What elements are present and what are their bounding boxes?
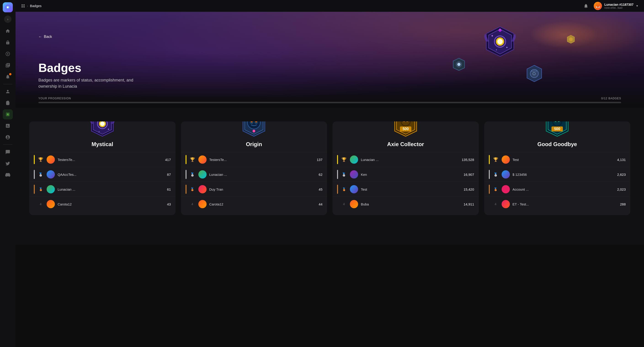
topbar-right: 🦊 Lunacian #1187307 ronin:ef3d...faa0 ▼ xyxy=(582,2,638,10)
sidebar-item-twitter[interactable] xyxy=(3,158,13,168)
leaderboard-name: Carota12 xyxy=(209,202,316,206)
rank-indicator xyxy=(337,155,338,164)
leaderboard-score: 62 xyxy=(318,173,322,176)
badge-card-mystical[interactable]: ✦ ✦ ✦ Mystical 🏆 TestersTe... xyxy=(29,121,176,215)
badge-icon-good-goodbye: 500 xyxy=(544,121,571,137)
rank-icon-3: 🥉 xyxy=(341,187,347,191)
svg-text:★ ★ ★: ★ ★ ★ xyxy=(531,70,537,72)
rank-number-4: 4 xyxy=(189,202,196,206)
rank-number-4: 4 xyxy=(341,202,347,206)
leaderboard-row-mystical-4[interactable]: 4 Carota12 43 xyxy=(29,197,176,211)
leaderboard-row-origin-3[interactable]: 🥉 Duy Tran 45 xyxy=(181,182,327,197)
user-menu-chevron: ▼ xyxy=(636,4,638,7)
sidebar-item-marketplace[interactable] xyxy=(3,60,13,70)
sidebar-collapse[interactable]: › xyxy=(4,15,12,23)
rank-indicator xyxy=(337,185,338,194)
page-title: Badges xyxy=(38,61,153,74)
badges-section: ✦ ✦ ✦ Mystical 🏆 TestersTe... xyxy=(16,108,644,245)
leaderboard-score: 4,131 xyxy=(617,158,626,162)
sidebar-item-inventory[interactable] xyxy=(3,98,13,108)
leaderboard-row-mystical-1[interactable]: 🏆 TestersTe... 417 xyxy=(29,152,176,167)
svg-text:500: 500 xyxy=(554,127,560,131)
svg-rect-8 xyxy=(22,6,22,7)
leaderboard-row-gg-4[interactable]: 4 ET - Test... 288 xyxy=(484,197,630,211)
leaderboard-row-axie-4[interactable]: 4 Buba 14,911 xyxy=(332,197,479,211)
svg-point-49 xyxy=(252,130,255,132)
app-logo[interactable] xyxy=(3,2,13,12)
sidebar-item-profile[interactable] xyxy=(3,86,13,97)
progression-header: YOUR PROGRESSION 0/12 BADGES xyxy=(38,97,621,100)
sidebar-item-user[interactable] xyxy=(3,132,13,142)
notification-bell[interactable] xyxy=(582,2,590,10)
sidebar-item-stats[interactable] xyxy=(3,121,13,131)
leaderboard-row-mystical-2[interactable]: 🥈 QAAccTes... 87 xyxy=(29,167,176,182)
sidebar-divider-1 xyxy=(3,84,12,84)
leaderboard-row-gg-2[interactable]: 🥈 $ 123456 2,623 xyxy=(484,167,630,182)
rank-indicator xyxy=(337,200,338,209)
username: Lunacian #1187307 xyxy=(604,3,634,6)
sidebar-item-home[interactable] xyxy=(3,26,13,36)
user-menu[interactable]: 🦊 Lunacian #1187307 ronin:ef3d...faa0 ▼ xyxy=(594,2,638,10)
hero-section: ✦ ✦ ✦ ⬡ ★ ★ ★ xyxy=(16,12,644,108)
rank-indicator xyxy=(186,185,186,194)
leaderboard-mystical: 🏆 TestersTe... 417 🥈 QAAccTes... 87 xyxy=(29,152,176,211)
topbar: › Badges 🦊 Lunacian #1187307 ronin:ef3d.… xyxy=(16,0,644,12)
leaderboard-row-axie-1[interactable]: 🏆 Lunacian ... 135,528 xyxy=(332,152,479,167)
leaderboard-avatar xyxy=(46,170,55,179)
back-button[interactable]: ← Back xyxy=(38,35,52,39)
leaderboard-row-gg-3[interactable]: 🥉 Account ... 2,023 xyxy=(484,182,630,197)
leaderboard-score: 15,420 xyxy=(464,187,474,191)
back-label: Back xyxy=(44,35,52,39)
page-subtitle: Badges are markers of status, accomplish… xyxy=(38,77,153,89)
leaderboard-avatar xyxy=(502,155,510,164)
breadcrumb-separator: › xyxy=(27,4,28,8)
leaderboard-score: 2,023 xyxy=(617,187,626,191)
sidebar-item-chat[interactable] xyxy=(3,147,13,157)
badge-icon-axie-collector: 500 xyxy=(392,121,419,137)
leaderboard-name: Carota12 xyxy=(58,202,164,206)
badge-card-axie-collector[interactable]: 500 xyxy=(332,121,479,215)
leaderboard-avatar xyxy=(198,200,206,208)
rank-number-4: 4 xyxy=(38,202,44,206)
leaderboard-row-origin-4[interactable]: 4 Carota12 44 xyxy=(181,197,327,211)
svg-text:✦: ✦ xyxy=(98,131,100,133)
hero-content: Badges Badges are markers of status, acc… xyxy=(38,61,153,89)
sidebar-item-discord[interactable] xyxy=(3,170,13,180)
leaderboard-row-origin-1[interactable]: 🏆 TestersTe... 137 xyxy=(181,152,327,167)
svg-rect-6 xyxy=(22,4,22,5)
leaderboard-row-axie-2[interactable]: 🥈 Ken 16,907 xyxy=(332,167,479,182)
hero-badge-small-3 xyxy=(566,35,576,44)
rank-indicator xyxy=(186,170,186,179)
svg-point-22 xyxy=(457,63,460,66)
leaderboard-name: Lunacian ... xyxy=(361,158,459,162)
leaderboard-row-origin-2[interactable]: 🥈 Lunacian ... 62 xyxy=(181,167,327,182)
svg-text:✦: ✦ xyxy=(491,34,494,38)
badge-name-axie-collector: Axie Collector xyxy=(387,141,424,147)
svg-point-28 xyxy=(569,37,573,41)
leaderboard-score: 288 xyxy=(620,202,626,206)
sidebar-item-notifications[interactable] xyxy=(3,72,13,82)
sidebar-item-play[interactable] xyxy=(3,49,13,59)
leaderboard-row-gg-1[interactable]: 🏆 Test 4,131 xyxy=(484,152,630,167)
leaderboard-row-axie-3[interactable]: 🥉 Test 15,420 xyxy=(332,182,479,197)
svg-text:⬡: ⬡ xyxy=(532,72,536,75)
leaderboard-avatar xyxy=(46,185,55,193)
leaderboard-score: 61 xyxy=(167,187,171,191)
breadcrumb-current: Badges xyxy=(30,4,42,8)
sidebar-item-lock[interactable] xyxy=(3,37,13,47)
svg-text:✦: ✦ xyxy=(506,46,508,49)
user-info: Lunacian #1187307 ronin:ef3d...faa0 xyxy=(604,3,634,9)
leaderboard-score: 43 xyxy=(167,202,171,206)
badge-icon-mystical: ✦ ✦ ✦ xyxy=(89,121,116,137)
badge-card-good-goodbye[interactable]: 500 xyxy=(484,121,630,215)
rank-icon-3: 🥉 xyxy=(189,187,196,191)
leaderboard-score: 14,911 xyxy=(464,202,474,206)
leaderboard-row-mystical-3[interactable]: 🥉 Lunacian ... 61 xyxy=(29,182,176,197)
leaderboard-avatar xyxy=(198,170,206,179)
badge-card-origin[interactable]: Origin 🏆 TestersTe... 137 🥈 Lunacian ... xyxy=(181,121,327,215)
leaderboard-avatar xyxy=(350,155,358,164)
leaderboard-name: TestersTe... xyxy=(58,158,162,162)
leaderboard-score: 135,528 xyxy=(462,158,474,162)
leaderboard-avatar xyxy=(198,185,206,193)
sidebar-item-game[interactable]: 🌿 xyxy=(3,109,13,119)
